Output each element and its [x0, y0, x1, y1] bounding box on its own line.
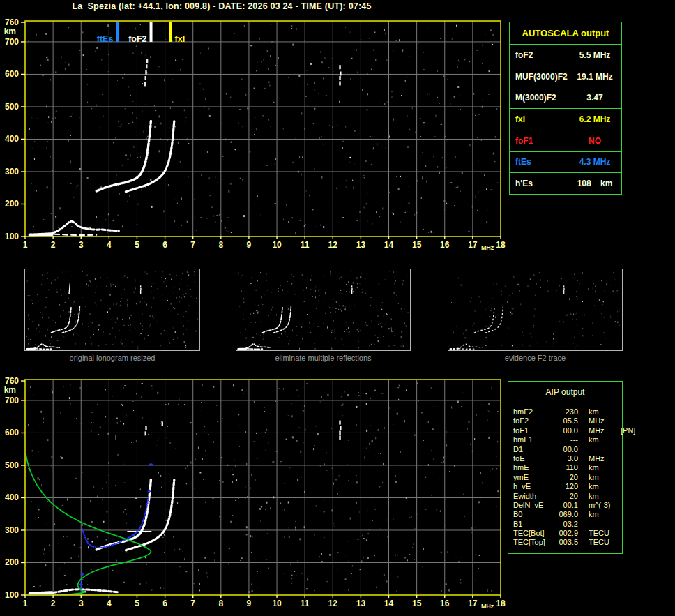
series-es-dense-patch — [30, 234, 52, 235]
svg-text:200: 200 — [5, 199, 19, 209]
table-row: ymE20km — [513, 473, 622, 482]
svg-text:4: 4 — [107, 240, 112, 250]
svg-text:100: 100 — [5, 590, 19, 600]
svg-text:12: 12 — [328, 240, 338, 250]
svg-text:18: 18 — [496, 240, 506, 250]
aip-table-body: hmF2230kmfoF205.5MHzfoF100.0MHz[PN]hmF1-… — [508, 403, 622, 548]
svg-text:700: 700 — [5, 37, 19, 47]
svg-text:1: 1 — [23, 599, 28, 608]
svg-text:600: 600 — [5, 428, 19, 437]
station-title: La_Spezia (lat: +44.1, lon: 009.8) - DAT… — [0, 1, 443, 11]
svg-text:15: 15 — [412, 240, 422, 250]
svg-text:12: 12 — [328, 599, 338, 608]
table-row: hmF1---km — [513, 435, 622, 444]
svg-text:km: km — [4, 27, 16, 36]
svg-text:500: 500 — [5, 102, 19, 112]
grid-lines — [25, 21, 501, 236]
svg-text:3: 3 — [79, 240, 84, 250]
series-interference-echoes — [339, 65, 341, 85]
noise-speckle — [451, 271, 621, 349]
noise-speckle — [26, 271, 197, 350]
series-f2-ordinary-trace — [96, 120, 151, 191]
series-es-lower-stratification — [54, 234, 96, 235]
svg-text:18: 18 — [496, 599, 506, 608]
marker-fxI: fxI — [169, 22, 185, 44]
svg-text:ftEs: ftEs — [97, 34, 114, 44]
table-row: Ewidth20km — [513, 492, 622, 501]
svg-text:14: 14 — [384, 599, 394, 608]
table-row: hmE110km — [513, 463, 622, 472]
svg-text:9: 9 — [247, 240, 252, 250]
svg-text:760: 760 — [5, 376, 19, 386]
table-row: hmF2230km — [513, 407, 622, 416]
svg-text:5: 5 — [135, 240, 139, 250]
svg-text:16: 16 — [440, 240, 450, 250]
svg-text:14: 14 — [384, 240, 394, 250]
thumbnail-frame — [25, 269, 200, 351]
autoscala-table-title: AUTOSCALA output — [510, 22, 621, 44]
aip-table-title: AIP output — [508, 382, 622, 403]
series-f2-ordinary-trace — [96, 479, 151, 550]
thumbnail-evidence-f2-trace — [448, 269, 623, 351]
grid-lines — [25, 380, 501, 595]
thumbnail-caption: eliminate multiple reflections — [236, 354, 411, 362]
noise-speckle — [238, 271, 409, 350]
svg-text:17: 17 — [468, 599, 478, 608]
svg-text:1: 1 — [23, 240, 28, 250]
autoscala-output-table: AUTOSCALA output foF25.5 MHzMUF(3000)F21… — [509, 22, 622, 195]
table-row-label: fxI — [510, 109, 568, 130]
table-row-value: 5.5 MHz — [568, 45, 621, 66]
svg-text:17: 17 — [468, 240, 478, 250]
table-row: TEC[Bot]002.9TECU — [513, 529, 622, 538]
table-row: foE3.0MHz — [513, 454, 622, 463]
table-row: D100.0 — [513, 445, 622, 454]
svg-text:8: 8 — [218, 240, 223, 250]
svg-text:16: 16 — [440, 599, 450, 608]
axis-labels: 760700600500400300200100km12345678910111… — [4, 17, 506, 251]
svg-text:300: 300 — [5, 525, 19, 535]
thumb-trace — [27, 349, 35, 350]
svg-text:13: 13 — [356, 599, 366, 608]
top-ionogram-chart: 760700600500400300200100km12345678910111… — [0, 13, 516, 258]
thumbnail-eliminate-reflections — [236, 269, 411, 351]
noise-speckle — [28, 382, 499, 593]
svg-text:3: 3 — [79, 599, 84, 608]
table-row: B103.2 — [513, 520, 622, 529]
svg-text:11: 11 — [301, 599, 310, 608]
svg-text:2: 2 — [51, 240, 56, 250]
thumb-trace — [459, 349, 474, 350]
svg-text:7: 7 — [190, 240, 195, 250]
series-interference-echoes — [339, 421, 341, 440]
thumb-trace — [475, 306, 495, 333]
bottom-ionogram-chart: 760700600500400300200100km12345678910111… — [0, 373, 516, 616]
table-row: foF100.0MHz[PN] — [513, 426, 622, 435]
table-row-label: ftEs — [510, 152, 568, 173]
svg-text:400: 400 — [5, 493, 19, 502]
table-row-label: M(3000)F2 — [510, 87, 568, 108]
svg-text:300: 300 — [5, 167, 19, 176]
table-row-label: h'Es — [510, 173, 568, 194]
svg-text:500: 500 — [5, 460, 19, 470]
thumbnail-frame — [236, 269, 411, 351]
svg-text:6: 6 — [162, 240, 167, 250]
thumbnail-caption: evidence F2 trace — [448, 354, 623, 362]
thumb-trace — [238, 349, 246, 350]
svg-text:400: 400 — [5, 134, 19, 144]
plot-area: 760700600500400300200100km12345678910111… — [4, 376, 506, 610]
svg-text:fxI: fxI — [175, 34, 185, 44]
table-row-value: 3.47 — [568, 87, 621, 108]
thumb-trace — [36, 349, 51, 350]
svg-text:MHz: MHz — [481, 603, 494, 610]
svg-text:km: km — [4, 385, 16, 395]
table-row: foF205.5MHz — [513, 416, 622, 426]
svg-text:7: 7 — [190, 599, 195, 608]
svg-text:200: 200 — [5, 557, 19, 567]
thumb-trace — [450, 349, 458, 350]
noise-speckle — [28, 24, 498, 234]
svg-text:8: 8 — [218, 599, 223, 608]
table-row-label: foF1 — [510, 130, 568, 151]
thumbnail-original-ionogram — [24, 269, 200, 351]
series-es-dense-patch — [30, 593, 52, 594]
table-row-value: 6.2 MHz — [568, 109, 621, 130]
svg-text:4: 4 — [107, 599, 112, 608]
